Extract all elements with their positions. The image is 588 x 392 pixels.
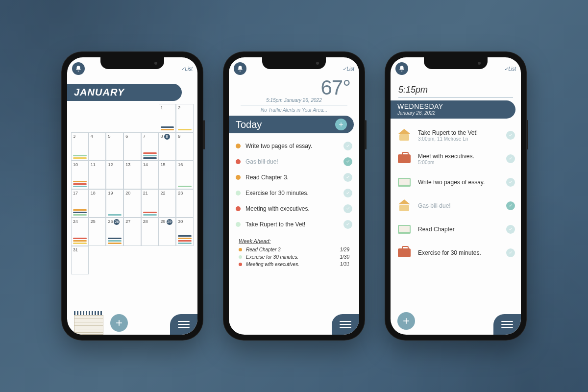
week-item[interactable]: Read Chapter 3. 1/29	[229, 246, 359, 253]
task-row[interactable]: Exercise for 30 minutes.	[236, 185, 352, 201]
event-title: Write two pages of essay.	[418, 179, 500, 186]
week-item[interactable]: Exercise for 30 minutes. 1/30	[229, 253, 359, 261]
event-subtitle: 3:00pm, 11 Melrose Ln	[418, 136, 500, 142]
week-date: 1/30	[340, 254, 349, 260]
current-time: 5:15pm	[391, 75, 521, 97]
task-row[interactable]: Gas bill due!	[236, 154, 352, 170]
week-date: 1/31	[340, 262, 349, 267]
day-header: WEDNESDAY January 26, 2022	[391, 100, 515, 119]
phone-calendar: ✓List JANUARY 1 2 3 4 5 6 7 88 9 10 11 1…	[61, 51, 203, 341]
week-item[interactable]: Meeting with executives. 1/31	[229, 261, 359, 268]
task-check-icon[interactable]	[343, 220, 352, 229]
task-dot-icon	[236, 222, 241, 227]
notch	[262, 57, 326, 69]
event-row[interactable]: Take Rupert to the Vet!3:00pm, 11 Melros…	[396, 123, 515, 147]
task-check-icon[interactable]	[343, 189, 352, 197]
task-list: Write two pages of essay. Gas bill due! …	[229, 137, 359, 233]
traffic-alert: No Traffic Alerts in Your Area...	[229, 107, 359, 113]
event-row[interactable]: Meet with executives.5:00pm	[396, 147, 515, 171]
week-ahead-label: Week Ahead:	[239, 238, 359, 244]
notifications-icon[interactable]	[234, 62, 246, 75]
event-title: Meet with executives.	[418, 153, 500, 160]
week-label: Exercise for 30 minutes.	[246, 254, 298, 260]
event-row[interactable]: Exercise for 30 minutes.	[396, 241, 515, 265]
week-label: Read Chapter 3.	[246, 247, 282, 252]
task-row[interactable]: Take Rupert to the Vet!	[236, 217, 352, 232]
task-dot-icon	[236, 175, 241, 180]
day-date: January 26, 2022	[397, 110, 509, 116]
book-icon	[396, 174, 412, 190]
event-row[interactable]: Gas bill due!	[396, 194, 515, 218]
notifications-icon[interactable]	[395, 62, 408, 75]
notch	[424, 57, 488, 69]
week-list: Read Chapter 3. 1/29 Exercise for 30 min…	[229, 246, 359, 268]
week-date: 1/29	[340, 247, 349, 252]
add-button[interactable]	[110, 314, 128, 332]
task-row[interactable]: Write two pages of essay.	[236, 138, 352, 154]
month-header: JANUARY	[67, 84, 182, 101]
task-label: Meeting with executives.	[245, 205, 339, 212]
event-check-icon[interactable]	[506, 178, 515, 187]
task-label: Read Chapter 3.	[245, 174, 339, 181]
event-check-icon[interactable]	[506, 248, 515, 257]
task-check-icon[interactable]	[343, 204, 352, 213]
event-title: Take Rupert to the Vet!	[418, 129, 500, 136]
notch	[100, 57, 164, 69]
task-label: Write two pages of essay.	[245, 143, 339, 149]
event-title: Gas bill due!	[418, 202, 500, 209]
house-icon	[396, 127, 412, 143]
event-subtitle: 5:00pm	[418, 160, 500, 165]
task-dot-icon	[236, 144, 241, 148]
add-task-button[interactable]	[335, 119, 347, 130]
event-row[interactable]: Read Chapter	[396, 218, 515, 241]
week-dot-icon	[239, 263, 242, 266]
notepad-icon[interactable]	[74, 311, 103, 335]
week-dot-icon	[239, 255, 242, 259]
event-list: Take Rupert to the Vet!3:00pm, 11 Melros…	[391, 123, 521, 265]
add-event-button[interactable]	[397, 312, 415, 330]
event-row[interactable]: Write two pages of essay.	[396, 171, 515, 194]
today-label: Today	[236, 119, 262, 130]
event-check-icon[interactable]	[506, 225, 515, 234]
today-header: Today	[229, 116, 354, 133]
phone-today: ✓List 67° 5:15pm January 26, 2022 No Tra…	[223, 51, 365, 341]
event-check-icon[interactable]	[506, 201, 515, 210]
menu-button[interactable]	[332, 314, 359, 335]
brand-label: ✓List	[504, 66, 516, 72]
book-icon	[396, 221, 412, 237]
task-check-icon[interactable]	[343, 157, 352, 166]
task-check-icon[interactable]	[343, 142, 352, 150]
brief-icon	[396, 245, 412, 261]
brief-icon	[396, 151, 412, 167]
task-check-icon[interactable]	[343, 173, 352, 182]
week-label: Meeting with executives.	[246, 262, 299, 267]
week-dot-icon	[239, 248, 242, 251]
temperature: 67°	[229, 75, 359, 99]
house-icon	[396, 198, 412, 214]
task-label: Gas bill due!	[245, 158, 339, 165]
menu-button[interactable]	[170, 314, 197, 335]
event-title: Read Chapter	[418, 226, 500, 233]
event-title: Exercise for 30 minutes.	[418, 249, 500, 256]
brand-label: ✓List	[181, 66, 193, 72]
notifications-icon[interactable]	[72, 62, 85, 75]
day-name: WEDNESDAY	[397, 102, 509, 110]
event-check-icon[interactable]	[506, 131, 515, 140]
task-label: Exercise for 30 minutes.	[245, 190, 339, 196]
task-dot-icon	[236, 159, 241, 164]
menu-button[interactable]	[493, 314, 521, 335]
task-row[interactable]: Read Chapter 3.	[236, 170, 352, 185]
brand-label: ✓List	[343, 66, 354, 72]
calendar-grid[interactable]: 1 2 3 4 5 6 7 88 9 10 11 12 13 14 15 16 …	[71, 104, 194, 274]
task-row[interactable]: Meeting with executives.	[236, 201, 352, 217]
phone-day: ✓List 5:15pm WEDNESDAY January 26, 2022 …	[385, 51, 527, 341]
task-dot-icon	[236, 191, 241, 196]
task-label: Take Rupert to the Vet!	[245, 221, 339, 228]
event-check-icon[interactable]	[506, 154, 515, 163]
task-dot-icon	[236, 206, 241, 211]
